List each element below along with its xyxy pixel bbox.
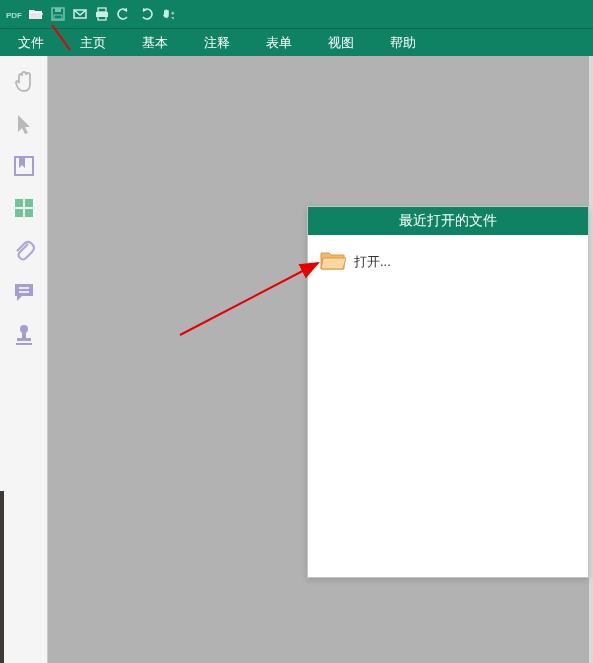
svg-rect-12 xyxy=(25,209,33,217)
panel-title: 最近打开的文件 xyxy=(308,207,588,235)
svg-rect-18 xyxy=(16,343,32,345)
menu-file[interactable]: 文件 xyxy=(0,29,62,56)
stamp-tool-icon[interactable] xyxy=(10,320,38,348)
thumbnails-tool-icon[interactable] xyxy=(10,194,38,222)
attachment-tool-icon[interactable] xyxy=(10,236,38,264)
print-icon[interactable] xyxy=(94,6,110,22)
svg-rect-11 xyxy=(15,209,23,217)
mail-icon[interactable] xyxy=(72,6,88,22)
svg-text:PDF: PDF xyxy=(6,11,22,20)
folder-icon xyxy=(320,249,346,274)
comments-tool-icon[interactable] xyxy=(10,278,38,306)
undo-icon[interactable] xyxy=(116,6,132,22)
panel-body: 打开... xyxy=(308,235,588,577)
svg-rect-16 xyxy=(22,332,26,338)
left-edge-strip xyxy=(0,491,4,663)
svg-rect-2 xyxy=(55,8,61,12)
open-file-item[interactable]: 打开... xyxy=(320,245,576,278)
content-area: 最近打开的文件 打开... xyxy=(0,56,593,663)
svg-rect-9 xyxy=(15,199,23,207)
quick-access-toolbar: PDF xyxy=(0,0,593,28)
main-area: 最近打开的文件 打开... xyxy=(48,56,589,663)
save-icon[interactable] xyxy=(50,6,66,22)
hand-tool-icon[interactable] xyxy=(10,68,38,96)
svg-rect-5 xyxy=(98,8,106,12)
menubar: 文件 主页 基本 注释 表单 视图 帮助 xyxy=(0,28,593,56)
menu-help[interactable]: 帮助 xyxy=(372,29,434,56)
svg-rect-3 xyxy=(54,15,62,19)
redo-icon[interactable] xyxy=(138,6,154,22)
menu-home[interactable]: 主页 xyxy=(62,29,124,56)
hand-select-icon[interactable] xyxy=(160,6,176,22)
select-tool-icon[interactable] xyxy=(10,110,38,138)
svg-rect-17 xyxy=(17,338,31,341)
menu-basic[interactable]: 基本 xyxy=(124,29,186,56)
pdf-icon[interactable]: PDF xyxy=(6,6,22,22)
menu-form[interactable]: 表单 xyxy=(248,29,310,56)
open-folder-icon[interactable] xyxy=(28,6,44,22)
svg-point-15 xyxy=(20,325,28,333)
svg-rect-10 xyxy=(25,199,33,207)
open-file-label: 打开... xyxy=(354,253,391,271)
menu-view[interactable]: 视图 xyxy=(310,29,372,56)
recent-files-panel: 最近打开的文件 打开... xyxy=(307,206,589,578)
menu-comment[interactable]: 注释 xyxy=(186,29,248,56)
svg-rect-7 xyxy=(98,16,106,20)
bookmark-tool-icon[interactable] xyxy=(10,152,38,180)
sidebar xyxy=(0,56,48,663)
